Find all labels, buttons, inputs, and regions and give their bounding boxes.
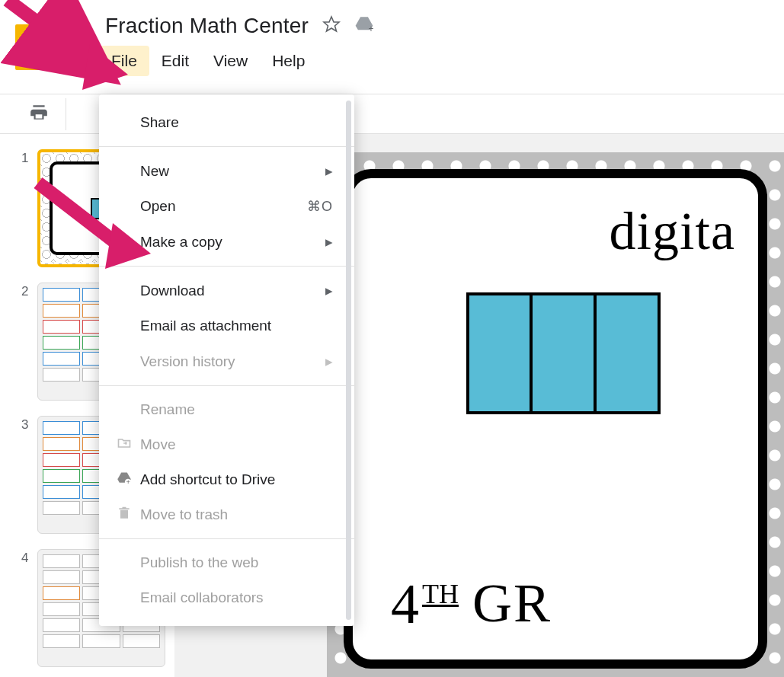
document-title[interactable]: Fraction Math Center xyxy=(105,14,309,38)
drive-add-icon: + xyxy=(116,471,133,490)
menubar: File Edit View Help xyxy=(53,46,784,76)
menu-help[interactable]: Help xyxy=(260,46,317,76)
folder-move-icon xyxy=(116,436,133,455)
menu-label: Download xyxy=(140,283,205,299)
menu-separator xyxy=(99,385,354,386)
svg-text:+: + xyxy=(368,24,373,34)
title-row: Fraction Math Center + xyxy=(53,14,784,38)
slides-logo-icon[interactable] xyxy=(15,24,49,70)
drive-icon[interactable]: + xyxy=(354,14,374,37)
menu-rename[interactable]: Rename xyxy=(99,392,354,427)
menu-label: Publish to the web xyxy=(140,554,258,571)
slide-inner: digita 4 TH GR xyxy=(344,169,767,669)
svg-text:+: + xyxy=(126,478,130,486)
submenu-arrow-icon: ▸ xyxy=(325,282,333,299)
menu-view[interactable]: View xyxy=(201,46,260,76)
menu-separator xyxy=(99,266,354,267)
slide-frame[interactable]: digita 4 TH GR xyxy=(327,152,784,677)
grade-ordinal: TH xyxy=(422,578,459,610)
menu-label: Share xyxy=(140,114,179,131)
print-icon[interactable] xyxy=(24,98,66,130)
menu-add-shortcut-drive[interactable]: + Add shortcut to Drive xyxy=(99,462,354,497)
menu-share[interactable]: Share xyxy=(99,105,354,140)
menu-new[interactable]: New ▸ xyxy=(99,153,354,189)
trash-icon xyxy=(116,506,133,525)
thumb-number: 4 xyxy=(21,549,37,566)
menu-separator xyxy=(99,538,354,539)
grade-suffix: GR xyxy=(472,572,552,635)
slide-grade-text: 4 TH GR xyxy=(391,572,552,637)
menu-make-a-copy[interactable]: Make a copy ▸ xyxy=(99,224,354,260)
submenu-arrow-icon: ▸ xyxy=(325,162,333,180)
menu-email-attachment[interactable]: Email as attachment xyxy=(99,308,354,343)
grade-number: 4 xyxy=(391,572,419,637)
menu-email-collaborators[interactable]: Email collaborators xyxy=(99,580,354,615)
header-main: Fraction Math Center + File Edit View He… xyxy=(53,11,784,76)
menu-label: Email collaborators xyxy=(140,589,264,606)
fraction-graphic xyxy=(466,292,661,414)
thumb-number: 2 xyxy=(21,283,37,299)
menu-label: New xyxy=(140,163,169,180)
file-dropdown-menu: Share New ▸ Open ⌘O Make a copy ▸ Downlo… xyxy=(99,94,354,626)
menu-separator xyxy=(99,146,354,147)
menu-open[interactable]: Open ⌘O xyxy=(99,189,354,224)
header: Fraction Math Center + File Edit View He… xyxy=(0,0,784,94)
menu-file[interactable]: File xyxy=(99,46,149,76)
submenu-arrow-icon: ▸ xyxy=(325,353,333,370)
menu-label: Version history xyxy=(140,353,235,370)
menu-label: Rename xyxy=(140,401,195,418)
menu-move[interactable]: Move xyxy=(99,427,354,462)
thumb-number: 3 xyxy=(21,416,37,433)
menu-label: Move xyxy=(140,436,175,453)
thumb-number: 1 xyxy=(21,149,37,166)
menu-label: Email as attachment xyxy=(140,318,271,334)
menu-version-history[interactable]: Version history ▸ xyxy=(99,343,354,379)
menu-download[interactable]: Download ▸ xyxy=(99,273,354,308)
slide-title-text: digita xyxy=(391,201,735,262)
star-icon[interactable] xyxy=(322,15,341,37)
submenu-arrow-icon: ▸ xyxy=(325,233,333,251)
menu-label: Move to trash xyxy=(140,506,228,523)
menu-label: Open xyxy=(140,198,175,215)
menu-edit[interactable]: Edit xyxy=(149,46,201,76)
menu-move-to-trash[interactable]: Move to trash xyxy=(99,497,354,532)
menu-label: Make a copy xyxy=(140,234,222,251)
menu-shortcut: ⌘O xyxy=(307,198,333,215)
svg-marker-0 xyxy=(324,17,339,31)
menu-publish-web[interactable]: Publish to the web xyxy=(99,545,354,580)
logo-wrap xyxy=(0,11,53,70)
menu-label: Add shortcut to Drive xyxy=(140,471,275,488)
